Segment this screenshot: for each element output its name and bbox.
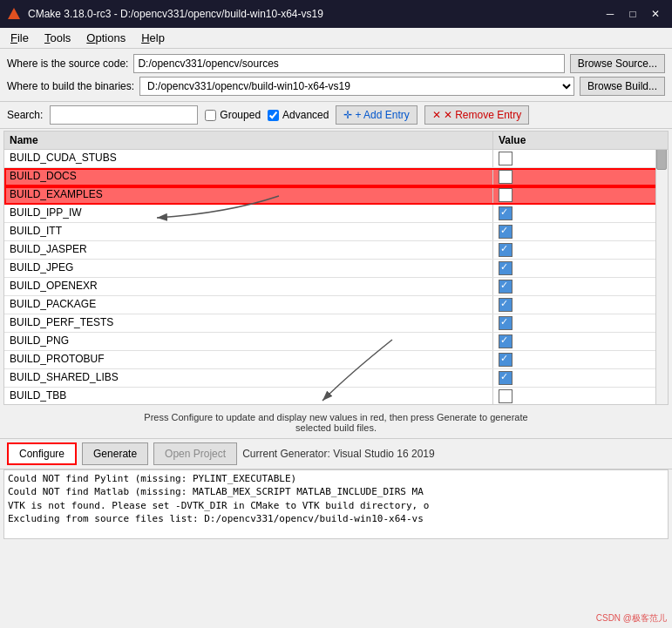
build-dropdown[interactable]: D:/opencv331/opencv/build-win10-x64-vs19 — [139, 77, 574, 96]
row-checkbox[interactable] — [499, 353, 512, 367]
table-row[interactable]: BUILD_OPENEXR — [4, 278, 668, 296]
remove-entry-button[interactable]: ✕ ✕ Remove Entry — [424, 105, 529, 125]
row-checkbox[interactable] — [499, 334, 512, 348]
build-row: Where to build the binaries: D:/opencv33… — [7, 77, 665, 96]
row-checkbox[interactable] — [499, 152, 512, 165]
advanced-checkbox[interactable] — [268, 110, 279, 121]
cell-name: BUILD_PROTOBUF — [4, 351, 493, 368]
cell-value — [493, 296, 668, 314]
cell-value — [493, 333, 668, 350]
row-checkbox[interactable] — [499, 206, 512, 220]
cell-value — [493, 186, 668, 204]
status-text: Press Configure to update and display ne… — [144, 412, 527, 433]
add-icon: ✛ — [343, 109, 352, 121]
output-area: Could NOT find Pylint (missing: PYLINT_E… — [3, 469, 669, 539]
table-row[interactable]: BUILD_DOCS — [4, 168, 668, 186]
table-row[interactable]: BUILD_PROTOBUF — [4, 351, 668, 369]
header-value: Value — [493, 132, 668, 149]
cell-name: BUILD_TBB — [4, 388, 493, 405]
cell-name: BUILD_PACKAGE — [4, 296, 493, 314]
generator-text: Current Generator: Visual Studio 16 2019 — [242, 448, 435, 460]
add-entry-button[interactable]: ✛ + Add Entry — [336, 105, 417, 125]
grouped-checkbox-group: Grouped — [205, 109, 261, 121]
cell-name: BUILD_JASPER — [4, 241, 493, 259]
close-button[interactable]: ✕ — [646, 4, 665, 24]
row-checkbox[interactable] — [499, 188, 512, 202]
cell-value — [493, 205, 668, 222]
table-row[interactable]: BUILD_JPEG — [4, 260, 668, 278]
header-name: Name — [4, 132, 493, 149]
row-checkbox[interactable] — [499, 170, 512, 184]
toolbar: Where is the source code: Browse Source.… — [0, 49, 672, 102]
configure-button[interactable]: Configure — [7, 442, 77, 465]
cell-value — [493, 351, 668, 368]
row-checkbox[interactable] — [499, 389, 512, 403]
search-label: Search: — [7, 109, 43, 121]
cell-name: BUILD_ITT — [4, 223, 493, 240]
menu-help[interactable]: Help — [134, 30, 172, 46]
row-checkbox[interactable] — [499, 316, 512, 330]
cell-value — [493, 278, 668, 295]
window-title: CMake 3.18.0-rc3 - D:/opencv331/opencv/b… — [28, 8, 594, 20]
row-checkbox[interactable] — [499, 371, 512, 385]
source-input[interactable] — [133, 54, 564, 73]
status-bar: Press Configure to update and display ne… — [0, 407, 672, 438]
cell-name: BUILD_JPEG — [4, 260, 493, 277]
row-checkbox[interactable] — [499, 298, 512, 312]
cell-value — [493, 223, 668, 240]
cell-value — [493, 369, 668, 387]
grouped-checkbox[interactable] — [205, 110, 216, 121]
cell-value — [493, 260, 668, 277]
generate-button[interactable]: Generate — [82, 442, 148, 465]
row-checkbox[interactable] — [499, 243, 512, 257]
maximize-button[interactable]: □ — [623, 4, 642, 24]
open-project-button[interactable]: Open Project — [153, 442, 237, 465]
table-row[interactable]: BUILD_IPP_IW — [4, 205, 668, 223]
table-row[interactable]: BUILD_PERF_TESTS — [4, 314, 668, 333]
cell-name: BUILD_PNG — [4, 333, 493, 350]
minimize-button[interactable]: ─ — [601, 4, 620, 24]
table-row[interactable]: BUILD_PNG — [4, 333, 668, 351]
watermark: CSDN @极客范儿 — [596, 612, 667, 625]
search-row: Search: Grouped Advanced ✛ + Add Entry ✕… — [0, 102, 672, 129]
table-row[interactable]: BUILD_EXAMPLES — [4, 186, 668, 205]
cell-value — [493, 241, 668, 259]
output-line: Excluding from source files list: D:/ope… — [8, 512, 664, 525]
row-checkbox[interactable] — [499, 280, 512, 294]
advanced-label: Advanced — [282, 109, 329, 121]
source-label: Where is the source code: — [7, 57, 128, 70]
table-row[interactable]: BUILD_JASPER — [4, 241, 668, 260]
grouped-label: Grouped — [220, 109, 261, 121]
output-line: VTK is not found. Please set -DVTK_DIR i… — [8, 499, 664, 512]
cell-name: BUILD_IPP_IW — [4, 205, 493, 222]
build-label: Where to build the binaries: — [7, 80, 134, 92]
row-checkbox[interactable] — [499, 225, 512, 239]
cmake-table: Name Value BUILD_CUDA_STUBSBUILD_DOCSBUI… — [3, 131, 669, 405]
browse-source-button[interactable]: Browse Source... — [570, 54, 665, 73]
cell-name: BUILD_PERF_TESTS — [4, 314, 493, 332]
table-row[interactable]: BUILD_TBB — [4, 388, 668, 405]
cell-value — [493, 314, 668, 332]
cell-name: BUILD_DOCS — [4, 168, 493, 186]
remove-entry-label: ✕ Remove Entry — [444, 109, 521, 121]
menu-options[interactable]: Options — [79, 30, 132, 46]
row-checkbox[interactable] — [499, 261, 512, 275]
table-row[interactable]: BUILD_PACKAGE — [4, 296, 668, 314]
search-input[interactable] — [50, 105, 198, 125]
add-entry-label: + Add Entry — [355, 109, 409, 121]
svg-marker-0 — [8, 8, 20, 19]
table-row[interactable]: BUILD_SHARED_LIBS — [4, 369, 668, 388]
menu-tools[interactable]: Tools — [37, 30, 78, 46]
browse-build-button[interactable]: Browse Build... — [580, 77, 665, 96]
cell-name: BUILD_SHARED_LIBS — [4, 369, 493, 387]
source-row: Where is the source code: Browse Source.… — [7, 54, 665, 73]
table-row[interactable]: BUILD_ITT — [4, 223, 668, 241]
scrollbar-track[interactable] — [655, 132, 668, 404]
menu-file[interactable]: File — [3, 30, 36, 46]
remove-icon: ✕ — [432, 109, 441, 121]
output-line: Could NOT find Matlab (missing: MATLAB_M… — [8, 485, 664, 498]
cell-name: BUILD_EXAMPLES — [4, 186, 493, 204]
cell-name: BUILD_CUDA_STUBS — [4, 150, 493, 167]
table-row[interactable]: BUILD_CUDA_STUBS — [4, 150, 668, 168]
table-header: Name Value — [4, 132, 668, 150]
